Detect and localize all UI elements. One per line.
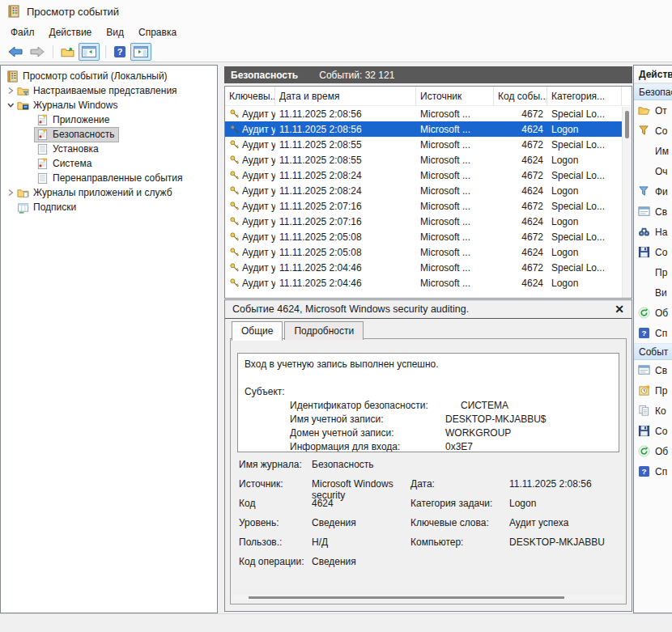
keywords-cell: Аудит у... bbox=[225, 275, 275, 291]
action-filter-current-log[interactable]: Фи bbox=[634, 181, 672, 201]
source-cell: Microsoft ... bbox=[416, 106, 494, 121]
tree-item-apps-services-logs[interactable]: Журналы приложений и служб bbox=[1, 185, 217, 200]
action-import-custom-view[interactable]: Им bbox=[634, 141, 672, 161]
category-cell: Special Lo... bbox=[547, 229, 622, 244]
event-description-box: Вход в учетную запись выполнен успешно. … bbox=[237, 353, 619, 452]
horizontal-scrollbar[interactable] bbox=[232, 595, 624, 600]
event-row[interactable]: Аудит у... 11.11.2025 2:04:46 Microsoft … bbox=[225, 260, 632, 275]
action-refresh[interactable]: Об bbox=[634, 303, 672, 323]
scrollbar-thumb[interactable] bbox=[625, 111, 629, 138]
details-title-bar: Событие 4624, Microsoft Windows security… bbox=[225, 300, 632, 319]
event-row[interactable]: Аудит у... 11.11.2025 2:08:24 Microsoft … bbox=[225, 183, 632, 198]
key-icon bbox=[229, 124, 240, 134]
tree-item-label: Просмотр событий (Локальный) bbox=[23, 70, 168, 82]
menu-action[interactable]: Действие bbox=[42, 23, 100, 41]
meta-row: Источник: Microsoft Windows security Дат… bbox=[239, 478, 619, 498]
create-view-funnel-icon bbox=[638, 125, 650, 137]
tree-item-setup[interactable]: Установка bbox=[1, 142, 217, 156]
source-cell: Microsoft ... bbox=[416, 152, 494, 168]
tab-details[interactable]: Подробности bbox=[284, 321, 364, 340]
event-viewer-window: Просмотр событий Файл Действие Вид Справ… bbox=[0, 0, 672, 632]
event-row[interactable]: Аудит у... 11.11.2025 2:08:55 Microsoft … bbox=[225, 137, 632, 152]
custom-views-folder-icon bbox=[17, 85, 29, 97]
action-help[interactable]: ? Сп bbox=[634, 323, 672, 343]
tree-item-label: Подписки bbox=[33, 201, 76, 213]
open-saved-log-button[interactable] bbox=[59, 43, 76, 61]
event-row[interactable]: Аудит у... 11.11.2025 2:08:55 Microsoft … bbox=[225, 152, 632, 168]
menu-file[interactable]: Файл bbox=[3, 23, 42, 41]
action-open-saved-log[interactable]: От bbox=[634, 100, 672, 121]
event-id-cell: 4624 bbox=[494, 275, 547, 291]
chevron-right-icon bbox=[6, 189, 15, 197]
tree-item-label: Установка bbox=[53, 143, 99, 155]
event-row[interactable]: Аудит у... 11.11.2025 2:05:08 Microsoft … bbox=[225, 229, 632, 244]
action-help-event[interactable]: ? Сп bbox=[634, 461, 672, 481]
action-save-all-events[interactable]: Со bbox=[634, 242, 672, 262]
event-row-selected[interactable]: Аудит у... 11.11.2025 2:08:56 Microsoft … bbox=[225, 121, 632, 137]
tree-item-subscriptions[interactable]: Подписки bbox=[1, 200, 217, 214]
event-row[interactable]: Аудит у... 11.11.2025 2:07:16 Microsoft … bbox=[225, 198, 632, 214]
close-icon[interactable]: ✕ bbox=[615, 303, 624, 315]
event-id-cell: 4672 bbox=[494, 229, 547, 244]
action-pane-toggle-button[interactable] bbox=[130, 43, 151, 61]
meta-row: Пользов.: Н/Д Компьютер: DESKTOP-MKJABBU bbox=[239, 537, 619, 556]
scrollbar-thumb[interactable] bbox=[249, 596, 564, 599]
find-binoculars-icon bbox=[638, 226, 650, 238]
subject-field: Имя учетной записи:DESKTOP-MKJABBU$ bbox=[245, 413, 612, 426]
tab-general[interactable]: Общие bbox=[232, 321, 283, 341]
refresh-icon bbox=[638, 445, 650, 457]
menubar: Файл Действие Вид Справка bbox=[0, 23, 672, 42]
tree-item-windows-logs[interactable]: Журналы Windows bbox=[1, 98, 217, 112]
meta-row: Имя журнала: Безопасность bbox=[239, 459, 619, 478]
tree-item-security[interactable]: Безопасность bbox=[1, 127, 217, 142]
action-find[interactable]: На bbox=[634, 222, 672, 242]
vertical-scrollbar[interactable] bbox=[622, 107, 632, 298]
menu-view[interactable]: Вид bbox=[99, 23, 131, 41]
refresh-icon bbox=[638, 307, 650, 319]
column-header-category[interactable]: Категория... bbox=[547, 87, 622, 105]
save-icon bbox=[638, 246, 650, 258]
action-pane-icon bbox=[134, 46, 148, 57]
event-row[interactable]: Аудит у... 11.11.2025 2:08:56 Microsoft … bbox=[225, 106, 632, 121]
help-button[interactable]: ? bbox=[112, 43, 128, 61]
save-icon bbox=[638, 425, 650, 437]
column-header-source[interactable]: Источник bbox=[416, 87, 494, 105]
column-header-datetime[interactable]: Дата и время bbox=[275, 87, 416, 105]
forward-button[interactable] bbox=[28, 43, 47, 61]
column-header-event-id[interactable]: Код собы... bbox=[494, 87, 547, 105]
event-row[interactable]: Аудит у... 11.11.2025 2:07:16 Microsoft … bbox=[225, 214, 632, 229]
tree-item-system[interactable]: Система bbox=[1, 156, 217, 171]
action-event-properties[interactable]: Св bbox=[634, 360, 672, 380]
console-tree-panel: Просмотр событий (Локальный) Настраиваем… bbox=[0, 65, 218, 613]
action-attach-task-to-event[interactable]: Пр bbox=[634, 380, 672, 401]
actions-section-security[interactable]: Безопас bbox=[634, 83, 672, 100]
event-row[interactable]: Аудит у... 11.11.2025 2:08:24 Microsoft … bbox=[225, 168, 632, 183]
key-icon bbox=[229, 155, 240, 165]
chevron-down-icon bbox=[6, 101, 15, 109]
action-refresh-event[interactable]: Об bbox=[634, 441, 672, 461]
console-tree-icon bbox=[82, 46, 96, 57]
action-save-selected-events[interactable]: Со bbox=[634, 421, 672, 441]
action-attach-task-to-log[interactable]: Пр bbox=[634, 262, 672, 282]
tree-item-application[interactable]: Приложение bbox=[1, 112, 217, 127]
action-clear-log[interactable]: Оч bbox=[634, 161, 672, 181]
tree-item-custom-views[interactable]: Настраиваемые представления bbox=[1, 83, 217, 98]
event-details-pane: Событие 4624, Microsoft Windows security… bbox=[224, 299, 632, 612]
console-tree-toggle-button[interactable] bbox=[79, 43, 100, 61]
back-button[interactable] bbox=[6, 43, 25, 61]
column-header-keywords[interactable]: Ключевы... bbox=[225, 87, 275, 105]
actions-section-event[interactable]: Событ bbox=[634, 343, 672, 360]
category-cell: Logon bbox=[547, 152, 622, 168]
source-cell: Microsoft ... bbox=[416, 137, 494, 152]
action-create-custom-view[interactable]: Со bbox=[634, 121, 672, 141]
tree-item-forwarded-events[interactable]: Перенаправленные события bbox=[1, 171, 217, 185]
key-icon bbox=[229, 108, 240, 119]
action-properties[interactable]: Св bbox=[634, 201, 672, 222]
action-copy[interactable]: Ко bbox=[634, 401, 672, 421]
event-row[interactable]: Аудит у... 11.11.2025 2:04:46 Microsoft … bbox=[225, 275, 632, 291]
source-cell: Microsoft ... bbox=[416, 260, 494, 275]
tree-item-root[interactable]: Просмотр событий (Локальный) bbox=[1, 69, 217, 83]
action-view[interactable]: Ви bbox=[634, 282, 672, 303]
menu-help[interactable]: Справка bbox=[131, 23, 184, 41]
event-row[interactable]: Аудит у... 11.11.2025 2:05:08 Microsoft … bbox=[225, 244, 632, 260]
